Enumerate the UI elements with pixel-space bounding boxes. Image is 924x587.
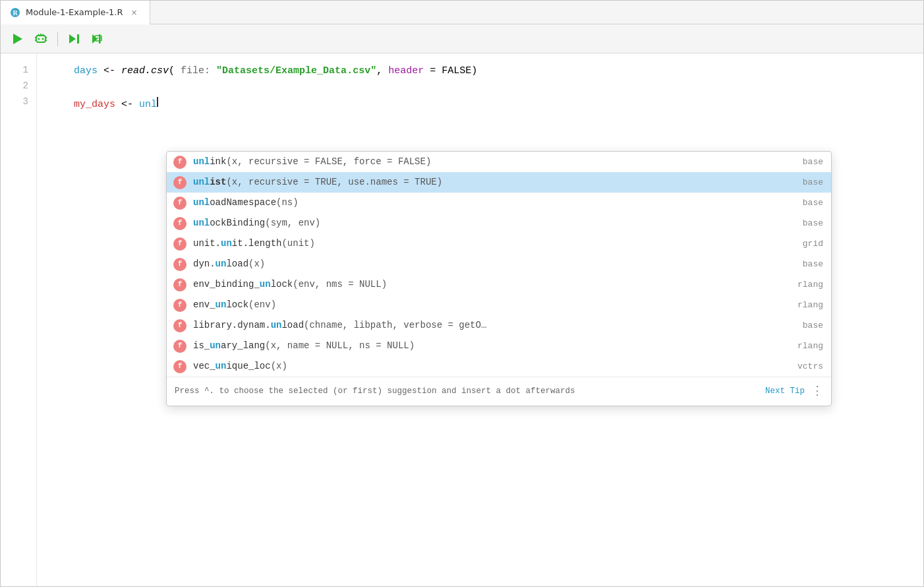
ac-icon-unlockbinding: f [173, 217, 187, 230]
line-numbers: 1 2 3 [1, 53, 37, 586]
file-tab[interactable]: R Module-1-Example-1.R × [1, 1, 150, 24]
ac-match-unlink: unl [193, 156, 210, 167]
ac-package-unlink: base [784, 156, 823, 169]
ac-params-env-unlock: (env) [248, 299, 276, 310]
ac-name-env-binding-pre: env_binding_ [193, 279, 260, 290]
ac-params-unlink: (x, recursive = FALSE, force = FALSE) [226, 156, 431, 167]
line1-paren-close: ) [471, 63, 477, 80]
ac-icon-is-unary-lang: f [173, 340, 187, 353]
ac-text-unloadnamespace: unloadNamespace(ns) [193, 196, 784, 210]
code-content[interactable]: days <- read.csv ( file: "Datasets/Examp… [37, 53, 923, 586]
line1-param-label: file: [175, 63, 216, 80]
ac-match-env-unlock: un [216, 299, 227, 310]
ac-item-library-dynam-unload[interactable]: f library.dynam.unload(chname, libpath, … [167, 315, 831, 336]
ac-name-library-pre: library.dynam. [193, 320, 271, 330]
ac-package-library-dynam-unload: base [784, 319, 823, 332]
ac-package-is-unary-lang: rlang [784, 340, 823, 353]
editor-area[interactable]: 1 2 3 days <- read.csv ( file: "Datasets… [1, 53, 923, 586]
ac-name-env-unlock-pre: env_ [193, 299, 216, 310]
ac-match-vec-unique-loc: un [216, 361, 227, 371]
line-num-3: 3 [6, 94, 28, 110]
ac-item-vec-unique-loc[interactable]: f vec_unique_loc(x) vctrs [167, 356, 831, 377]
line1-paren-open: ( [169, 63, 175, 80]
line1-eq: = [424, 63, 442, 80]
line1-header: header [382, 63, 424, 80]
tab-label: Module-1-Example-1.R [26, 7, 123, 17]
ac-item-unlink[interactable]: f unlink(x, recursive = FALSE, force = F… [167, 152, 831, 172]
ac-match-is-unary-lang: un [210, 340, 221, 351]
line1-func: read.csv [115, 63, 169, 80]
code-line-3: my_days <- ​ unl [50, 96, 910, 113]
ac-text-unlockbinding: unlockBinding(sym, env) [193, 216, 784, 230]
ac-name-dyn-post: load [226, 259, 248, 269]
ac-params-library-dynam-unload: (chname, libpath, verbose = getO… [304, 320, 486, 330]
debug-button[interactable] [31, 29, 51, 49]
debug-icon [34, 32, 48, 46]
line-num-2: 2 [6, 78, 28, 94]
ac-item-unlist[interactable]: f unlist(x, recursive = TRUE, use.names … [167, 172, 831, 193]
ac-params-unlockbinding: (sym, env) [265, 218, 320, 228]
ac-name-is-unary-pre: is_ [193, 340, 210, 351]
toolbar-divider-1 [57, 32, 58, 46]
main-window: R Module-1-Example-1.R × [0, 0, 924, 587]
ac-name-is-unary-post: ary_lang [221, 340, 265, 351]
ac-package-unit-length: grid [784, 237, 823, 251]
ac-icon-unlist: f [173, 176, 187, 189]
step-debug-icon [91, 32, 105, 46]
ac-package-env-binding-unlock: rlang [784, 278, 823, 292]
svg-point-4 [38, 38, 40, 40]
ac-name-dyn-pre: dyn. [193, 259, 216, 269]
ac-text-dyn-unload: dyn.unload(x) [193, 257, 784, 271]
ac-footer: Press ^. to choose the selected (or firs… [167, 377, 831, 406]
ac-icon-dyn-unload: f [173, 258, 187, 271]
ac-item-unloadnamespace[interactable]: f unloadNamespace(ns) base [167, 193, 831, 213]
svg-point-5 [42, 38, 44, 40]
text-cursor [157, 97, 158, 107]
ac-icon-env-binding-unlock: f [173, 278, 187, 292]
ac-icon-env-unlock: f [173, 299, 187, 312]
tab-close-button[interactable]: × [128, 7, 140, 18]
ac-more-button[interactable]: ⋮ [811, 381, 823, 402]
autocomplete-dropdown[interactable]: f unlink(x, recursive = FALSE, force = F… [166, 151, 832, 406]
step-run-button[interactable] [65, 29, 84, 49]
ac-text-unlist: unlist(x, recursive = TRUE, use.names = … [193, 175, 784, 189]
ac-match-unlist: unl [193, 177, 210, 187]
ac-item-unlockbinding[interactable]: f unlockBinding(sym, env) base [167, 213, 831, 233]
ac-params-is-unary-lang: (x, name = NULL, ns = NULL) [265, 340, 415, 351]
ac-item-unit-length[interactable]: f unit.unit.length(unit) grid [167, 233, 831, 254]
ac-name-library-post: load [281, 320, 304, 330]
ac-match-unlockbinding: unl [193, 218, 210, 228]
line2-empty [50, 80, 56, 97]
ac-name-vec-unique-post: ique_loc [226, 361, 270, 371]
ac-text-unlink: unlink(x, recursive = FALSE, force = FAL… [193, 155, 784, 169]
ac-name-unlockbinding: ockBinding [210, 218, 265, 228]
svg-line-7 [38, 34, 40, 36]
ac-package-unloadnamespace: base [784, 197, 823, 210]
ac-params-dyn-unload: (x) [248, 259, 265, 269]
ac-item-is-unary-lang[interactable]: f is_unary_lang(x, name = NULL, ns = NUL… [167, 336, 831, 356]
svg-text:R: R [13, 9, 18, 16]
code-line-2 [50, 80, 910, 97]
ac-params-env-binding-unlock: (env, nms = NULL) [293, 279, 387, 290]
ac-item-env-binding-unlock[interactable]: f env_binding_unlock(env, nms = NULL) rl… [167, 274, 831, 295]
ac-icon-vec-unique-loc: f [173, 360, 187, 373]
toolbar [1, 24, 923, 53]
step-debug-button[interactable] [88, 29, 108, 49]
ac-icon-library-dynam-unload: f [173, 319, 187, 332]
ac-text-library-dynam-unload: library.dynam.unload(chname, libpath, ve… [193, 319, 784, 332]
ac-text-is-unary-lang: is_unary_lang(x, name = NULL, ns = NULL) [193, 339, 784, 353]
run-button[interactable] [7, 29, 27, 49]
ac-item-dyn-unload[interactable]: f dyn.unload(x) base [167, 254, 831, 274]
line3-var: my_days [50, 96, 115, 113]
svg-rect-3 [36, 36, 45, 42]
ac-params-vec-unique-loc: (x) [271, 361, 287, 371]
ac-params-unit-length: (unit) [281, 238, 314, 249]
ac-icon-unlink: f [173, 156, 187, 169]
next-tip-button[interactable]: Next Tip [765, 385, 805, 398]
ac-package-vec-unique-loc: vctrs [784, 360, 823, 373]
line1-arrow: <- [103, 63, 115, 80]
ac-package-unlist: base [784, 176, 823, 189]
ac-item-env-unlock[interactable]: f env_unlock(env) rlang [167, 295, 831, 315]
ac-match-unit-length: un [221, 238, 232, 249]
line3-arrow: <- [115, 96, 133, 113]
